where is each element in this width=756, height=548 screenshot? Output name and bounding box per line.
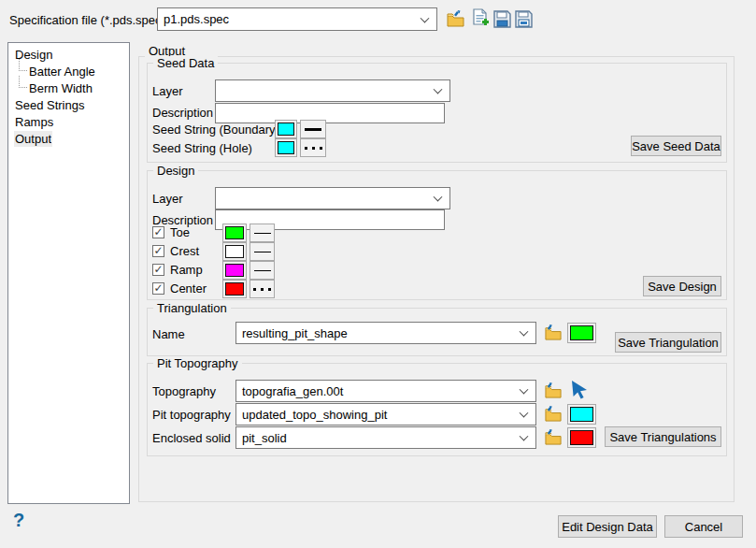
help-icon[interactable]: ? [13,510,24,531]
center-linestyle-button[interactable] [250,280,275,298]
crest-color-button[interactable] [222,242,247,261]
color-swatch [570,407,593,422]
triangulation-title: Triangulation [153,301,231,315]
topography-label: Topography [152,384,216,398]
toe-label: Toe [170,225,190,239]
browse-folder-icon[interactable] [544,324,563,341]
seed-layer-combobox[interactable] [215,79,450,102]
cancel-button[interactable]: Cancel [664,515,743,538]
color-swatch [278,123,294,136]
tree-item-seed-strings[interactable]: Seed Strings [8,96,129,113]
topography-combobox[interactable]: topografia_gen.00t [235,380,536,402]
seed-hole-label: Seed String (Hole) [152,141,252,155]
toe-color-button[interactable] [222,224,247,242]
line-style-icon [254,270,271,271]
browse-folder-icon[interactable] [544,405,563,423]
line-style-icon [305,147,322,150]
color-swatch [225,245,244,258]
crest-checkbox[interactable]: ✓ [152,245,164,257]
line-style-icon [305,128,321,131]
tree-item-berm-width[interactable]: Berm Width [8,79,129,96]
line-style-icon [253,288,271,291]
color-swatch [570,325,593,340]
seed-boundary-color-button[interactable] [275,120,297,138]
seed-hole-linestyle-button[interactable] [300,138,326,157]
ramp-checkbox[interactable]: ✓ [152,264,164,276]
tree-connector [19,59,27,71]
ramp-linestyle-button[interactable] [250,261,275,280]
line-style-icon [254,233,271,234]
seed-boundary-label: Seed String (Boundary) [152,123,279,137]
design-title: Design [153,164,198,178]
design-layer-label: Layer [152,192,183,206]
edit-design-data-button[interactable]: Edit Design Data [558,515,657,538]
pit-topography-color-button[interactable] [567,404,596,425]
toe-linestyle-button[interactable] [250,224,275,242]
spec-tree-panel: Design Batter Angle Berm Width Seed Stri… [7,42,130,504]
chevron-down-icon [520,327,529,337]
center-checkbox[interactable]: ✓ [152,282,164,295]
triangulation-name-label: Name [152,327,185,341]
tree-item-ramps[interactable]: Ramps [8,113,129,130]
ramp-label: Ramp [170,263,203,277]
enclosed-solid-color-button[interactable] [567,427,596,448]
chevron-down-icon [520,409,529,418]
chevron-down-icon [434,193,443,202]
spec-file-combobox[interactable]: p1.pds.spec [157,7,437,31]
center-label: Center [170,281,207,296]
open-folder-icon[interactable] [446,9,465,28]
crest-label: Crest [170,244,199,258]
enclosed-solid-combobox[interactable]: pit_solid [235,426,536,449]
crest-linestyle-button[interactable] [250,242,275,261]
seed-data-title: Seed Data [153,56,218,70]
save-triangulation-button[interactable]: Save Triangulation [615,332,721,353]
chevron-down-icon [421,13,430,22]
chevron-down-icon [520,432,529,441]
new-file-icon[interactable] [471,8,490,29]
save-triangulations-button[interactable]: Save Triangulations [605,426,721,447]
color-swatch [225,264,244,277]
line-style-icon [254,252,271,252]
spec-file-label: Specification file (*.pds.spec) [9,13,165,27]
triangulation-color-button[interactable] [567,323,596,343]
ramp-color-button[interactable] [222,261,247,280]
triangulation-name-combobox[interactable]: resulting_pit_shape [235,322,536,344]
save-seed-data-button[interactable]: Save Seed Data [631,136,721,156]
color-swatch [278,141,294,154]
seed-description-label: Description [152,106,213,120]
pit-topography-label: Pit topography [152,408,231,422]
save-as-icon[interactable] [515,10,533,28]
tree-item-output[interactable]: Output [8,130,129,147]
tree-connector [19,76,27,88]
enclosed-solid-label: Enclosed solid [152,431,231,445]
center-color-button[interactable] [222,280,247,298]
color-swatch [570,430,593,445]
browse-folder-icon[interactable] [544,428,563,446]
color-swatch [225,282,244,296]
pit-design-spec-dialog: Specification file (*.pds.spec) p1.pds.s… [0,0,756,548]
pit-topography-combobox[interactable]: updated_topo_showing_pit [235,403,536,425]
color-swatch [225,226,244,239]
pit-topography-title: Pit Topography [153,356,242,370]
seed-layer-label: Layer [152,84,183,98]
save-icon[interactable] [493,10,511,28]
pick-cursor-icon[interactable] [571,380,589,399]
design-layer-combobox[interactable] [215,187,450,209]
chevron-down-icon [520,385,529,395]
save-design-button[interactable]: Save Design [643,276,721,296]
toe-checkbox[interactable]: ✓ [152,226,164,238]
spec-file-value: p1.pds.spec [164,12,229,26]
seed-boundary-linestyle-button[interactable] [300,120,326,138]
chevron-down-icon [434,85,443,94]
seed-hole-color-button[interactable] [275,138,297,157]
browse-folder-icon[interactable] [544,382,563,399]
seed-description-input[interactable] [215,103,445,123]
